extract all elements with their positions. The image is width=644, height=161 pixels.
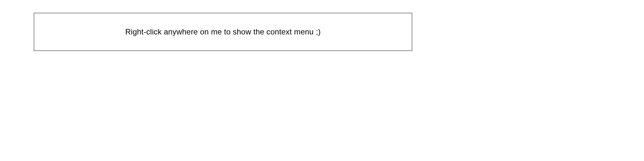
context-box-instruction-text: Right-click anywhere on me to show the c…	[125, 27, 321, 36]
context-menu-demo-box[interactable]: Right-click anywhere on me to show the c…	[34, 13, 412, 51]
